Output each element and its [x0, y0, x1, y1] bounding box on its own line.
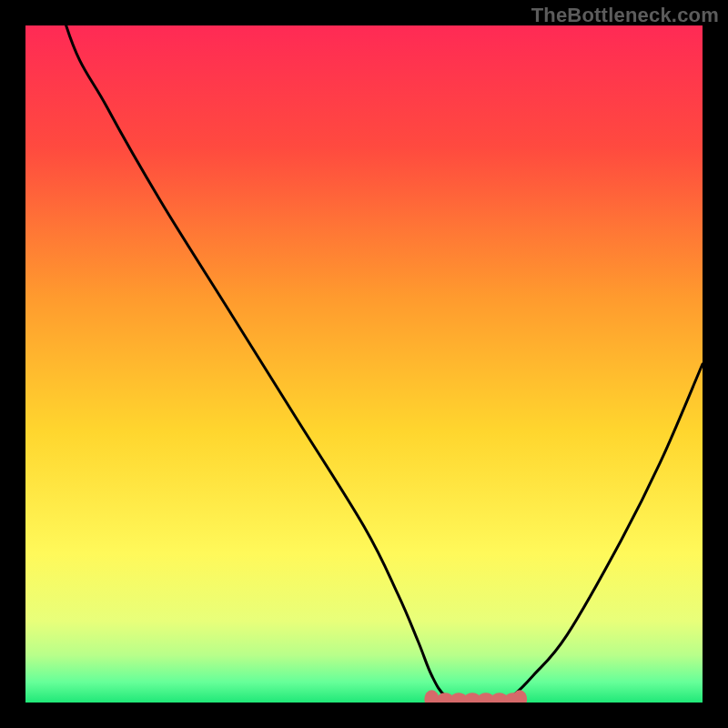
trough-marker	[512, 690, 527, 703]
trough-marker	[424, 690, 439, 703]
watermark-text: TheBottleneck.com	[531, 4, 719, 27]
plot-area	[25, 25, 703, 703]
chart-frame: TheBottleneck.com	[0, 0, 728, 728]
bottleneck-curve	[25, 25, 703, 703]
